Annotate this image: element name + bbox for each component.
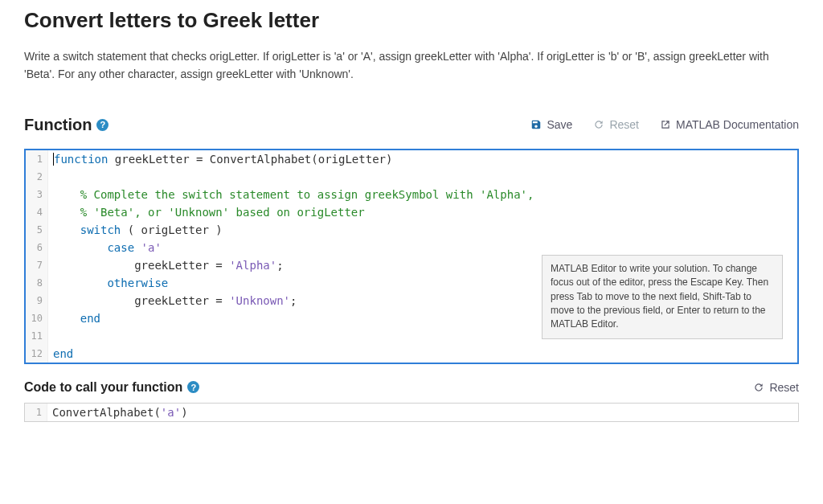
code-token: case [107, 241, 134, 254]
gutter-line: 7 [26, 256, 48, 274]
code-token: ; [290, 294, 297, 307]
gutter-line: 1 [25, 404, 47, 421]
call-section-header: Code to call your function ? Reset [24, 380, 799, 395]
code-token: 'Alpha' [229, 259, 276, 272]
docs-label: MATLAB Documentation [676, 118, 799, 131]
save-button[interactable]: Save [530, 118, 572, 131]
code-token: end [53, 347, 73, 360]
gutter-line: 2 [26, 168, 48, 186]
reset-button[interactable]: Reset [593, 118, 639, 131]
gutter-line: 6 [26, 239, 48, 256]
gutter-line: 5 [26, 221, 48, 239]
gutter-line: 3 [26, 186, 48, 203]
help-icon[interactable]: ? [96, 119, 109, 131]
gutter-line: 8 [26, 274, 48, 292]
code-token: ( origLetter ) [121, 223, 222, 236]
page-title: Convert letters to Greek letter [24, 8, 799, 33]
function-label: Function [24, 116, 92, 134]
function-editor[interactable]: 1 function greekLetter = ConvertAlphabet… [24, 149, 799, 364]
gutter-line: 10 [26, 309, 48, 327]
editor-hint-tooltip: MATLAB Editor to write your solution. To… [542, 255, 783, 339]
code-token: end [80, 312, 100, 325]
call-reset-label: Reset [769, 381, 799, 394]
call-editor[interactable]: 1 ConvertAlphabet('a') [24, 403, 799, 422]
reset-icon [753, 382, 764, 393]
docs-icon [660, 119, 671, 130]
matlab-docs-link[interactable]: MATLAB Documentation [660, 118, 799, 131]
gutter-line: 11 [26, 327, 48, 345]
save-label: Save [547, 118, 572, 131]
function-section-header: Function ? Save Reset MATLAB Documentati… [24, 116, 799, 134]
code-token: 'a' [141, 241, 162, 254]
editor-toolbar: Save Reset MATLAB Documentation [530, 118, 799, 131]
problem-description: Write a switch statement that checks ori… [24, 47, 780, 84]
code-token: function [54, 153, 108, 166]
code-token: greekLetter = [134, 259, 229, 272]
gutter-line: 4 [26, 203, 48, 221]
code-token: % 'Beta', or 'Unknown' based on origLett… [53, 206, 365, 219]
code-token: switch [80, 223, 121, 236]
reset-icon [593, 119, 604, 130]
code-token: ; [276, 259, 283, 272]
code-token: ConvertAlphabet( [52, 406, 161, 419]
call-section-label: Code to call your function [24, 380, 182, 395]
gutter-line: 1 [26, 150, 48, 168]
call-reset-button[interactable]: Reset [753, 381, 799, 394]
help-icon[interactable]: ? [187, 381, 199, 393]
gutter-line: 12 [26, 345, 48, 363]
code-token: ) [181, 406, 187, 419]
reset-label: Reset [609, 118, 639, 131]
code-token: % Complete the switch statement to assig… [53, 188, 534, 201]
save-icon [530, 119, 542, 130]
code-token: 'a' [161, 406, 181, 419]
code-token: 'Unknown' [229, 294, 290, 307]
gutter-line: 9 [26, 292, 48, 309]
code-token: greekLetter = ConvertAlphabet(origLetter… [108, 153, 392, 166]
code-token: greekLetter = [134, 294, 229, 307]
code-token: otherwise [107, 277, 168, 289]
